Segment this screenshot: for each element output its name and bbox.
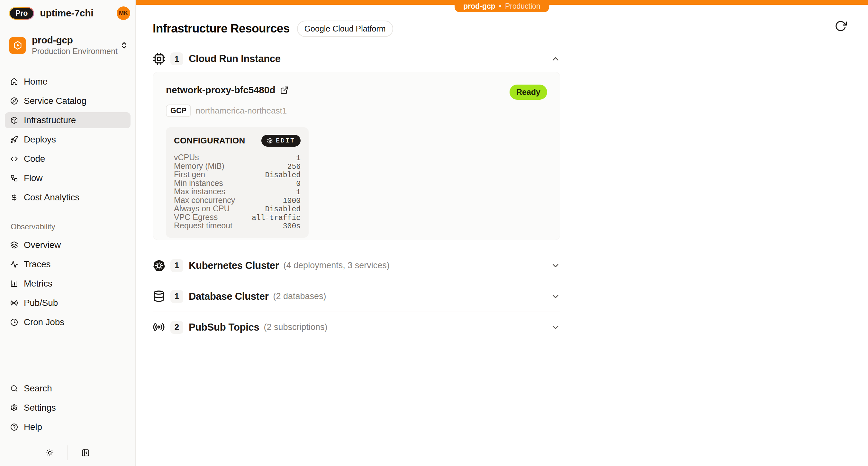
divider bbox=[67, 445, 68, 460]
sidebar-item-label: Traces bbox=[24, 259, 51, 269]
environment-switcher[interactable]: prod-gcp Production Environment bbox=[0, 35, 135, 56]
rocket-icon bbox=[10, 136, 18, 143]
sidebar-item-metrics[interactable]: Metrics bbox=[5, 275, 130, 292]
chevrons-up-down-icon bbox=[120, 41, 128, 50]
collapse-sidebar-button[interactable] bbox=[78, 445, 93, 460]
observability-section-label: Observability bbox=[10, 222, 135, 231]
resource-count-badge: 1 bbox=[170, 259, 183, 272]
resource-count-badge: 1 bbox=[170, 290, 183, 303]
section-database-cluster[interactable]: 1 Database Cluster (2 databases) bbox=[153, 281, 560, 312]
sidebar-item-label: Settings bbox=[24, 403, 56, 413]
sidebar-item-flow[interactable]: Flow bbox=[5, 170, 130, 186]
sidebar-item-label: Metrics bbox=[24, 279, 53, 289]
refresh-icon bbox=[835, 20, 847, 32]
sidebar-item-infrastructure[interactable]: Infrastructure bbox=[5, 112, 130, 128]
sidebar-item-cost-analytics[interactable]: Cost Analytics bbox=[5, 190, 130, 205]
radio-broadcast-icon bbox=[10, 299, 18, 307]
config-value: Disabled bbox=[265, 171, 301, 179]
section-pubsub-topics[interactable]: 2 PubSub Topics (2 subscriptions) bbox=[153, 312, 560, 343]
sidebar-bottom-toolbar bbox=[5, 445, 130, 460]
resource-sections: 1 Cloud Run Instance network-proxy-bfc54… bbox=[153, 51, 560, 343]
gear-icon bbox=[10, 404, 18, 412]
sidebar-item-label: Infrastructure bbox=[24, 115, 76, 125]
search-icon bbox=[10, 385, 18, 392]
external-link-icon[interactable] bbox=[280, 86, 289, 94]
sidebar-item-traces[interactable]: Traces bbox=[5, 256, 130, 272]
config-value: 1000 bbox=[283, 197, 301, 205]
environment-banner: prod-gcp • Production bbox=[136, 0, 868, 5]
environment-name: prod-gcp bbox=[32, 35, 118, 46]
sidebar-footer: Search Settings Help bbox=[5, 380, 130, 460]
resource-name: network-proxy-bfc5480d bbox=[166, 85, 275, 95]
edit-button-label: EDIT bbox=[276, 137, 295, 144]
banner-env-label: Production bbox=[505, 2, 540, 10]
observability-nav: Overview Traces Metrics Pub/Sub Cron Job… bbox=[0, 237, 135, 330]
banner-separator: • bbox=[499, 2, 501, 10]
sidebar-item-service-catalog[interactable]: Service Catalog bbox=[5, 93, 130, 109]
avatar[interactable]: MK bbox=[117, 6, 130, 20]
gear-icon bbox=[267, 138, 273, 144]
config-label: Always on CPU bbox=[174, 204, 230, 213]
chevron-up-icon[interactable] bbox=[551, 54, 560, 64]
section-kubernetes-cluster[interactable]: 1 Kubernetes Cluster (4 deployments, 3 s… bbox=[153, 250, 560, 281]
box-icon bbox=[10, 116, 18, 124]
section-title: PubSub Topics bbox=[189, 322, 259, 333]
sidebar-item-overview[interactable]: Overview bbox=[5, 237, 130, 253]
chevron-down-icon[interactable] bbox=[551, 261, 560, 270]
chevron-down-icon[interactable] bbox=[551, 323, 560, 332]
main-area: prod-gcp • Production Infrastructure Res… bbox=[136, 0, 868, 466]
environment-banner-tab: prod-gcp • Production bbox=[455, 0, 549, 12]
sidebar-item-help[interactable]: Help bbox=[5, 419, 130, 435]
sidebar-item-label: Code bbox=[24, 154, 45, 164]
config-row: Memory (MiB) 256 bbox=[174, 162, 301, 170]
config-label: Max instances bbox=[174, 187, 225, 196]
sidebar-item-cron-jobs[interactable]: Cron Jobs bbox=[5, 314, 130, 330]
config-label: Max concurrency bbox=[174, 196, 235, 205]
sidebar-item-label: Cron Jobs bbox=[24, 317, 64, 327]
banner-env-name: prod-gcp bbox=[463, 2, 495, 10]
refresh-button[interactable] bbox=[833, 19, 848, 33]
resource-count-badge: 2 bbox=[170, 321, 183, 334]
config-label: vCPUs bbox=[174, 153, 199, 162]
sidebar-item-home[interactable]: Home bbox=[5, 74, 130, 90]
activity-icon bbox=[10, 261, 18, 268]
configuration-title: CONFIGURATION bbox=[174, 136, 245, 146]
cloud-run-instance-card: network-proxy-bfc5480d Ready GCP northam… bbox=[153, 72, 560, 240]
config-value: 300s bbox=[283, 222, 301, 231]
page-title: Infrastructure Resources bbox=[153, 22, 290, 35]
sidebar-item-label: Deploys bbox=[24, 135, 56, 145]
config-label: Min instances bbox=[174, 178, 223, 188]
resource-count-badge: 1 bbox=[170, 52, 183, 65]
configuration-header: CONFIGURATION EDIT bbox=[174, 135, 301, 147]
sidebar-item-deploys[interactable]: Deploys bbox=[5, 132, 130, 148]
section-title: Database Cluster bbox=[189, 291, 269, 302]
sidebar: Pro uptime-7chi MK prod-gcp Production E… bbox=[0, 0, 136, 466]
environment-description: Production Environment bbox=[32, 47, 118, 56]
status-badge: Ready bbox=[509, 85, 547, 100]
dollar-sign-icon bbox=[10, 194, 18, 201]
config-label: First gen bbox=[174, 170, 205, 179]
sidebar-item-label: Flow bbox=[24, 173, 42, 183]
sidebar-item-label: Home bbox=[24, 77, 48, 87]
config-row: vCPUs 1 bbox=[174, 153, 301, 162]
chevron-down-icon[interactable] bbox=[551, 292, 560, 301]
cpu-chip-icon bbox=[153, 52, 165, 65]
section-cloud-run[interactable]: 1 Cloud Run Instance bbox=[153, 51, 560, 66]
environment-text: prod-gcp Production Environment bbox=[32, 35, 118, 56]
sidebar-item-settings[interactable]: Settings bbox=[5, 400, 130, 416]
config-row: Request timeout 300s bbox=[174, 221, 301, 230]
card-header: network-proxy-bfc5480d Ready bbox=[166, 85, 547, 100]
environment-logo-icon bbox=[9, 37, 26, 54]
primary-nav: Home Service Catalog Infrastructure Depl… bbox=[0, 74, 135, 205]
sidebar-item-label: Help bbox=[24, 422, 42, 432]
edit-configuration-button[interactable]: EDIT bbox=[261, 135, 301, 147]
sidebar-item-pubsub[interactable]: Pub/Sub bbox=[5, 295, 130, 311]
theme-toggle-button[interactable] bbox=[42, 445, 57, 460]
section-subtitle: (2 databases) bbox=[273, 291, 326, 301]
sidebar-item-search[interactable]: Search bbox=[5, 380, 130, 397]
content: Infrastructure Resources Google Cloud Pl… bbox=[136, 5, 560, 343]
sidebar-item-label: Pub/Sub bbox=[24, 298, 58, 308]
compass-icon bbox=[10, 97, 18, 105]
clock-icon bbox=[10, 318, 18, 326]
sidebar-item-code[interactable]: Code bbox=[5, 151, 130, 167]
